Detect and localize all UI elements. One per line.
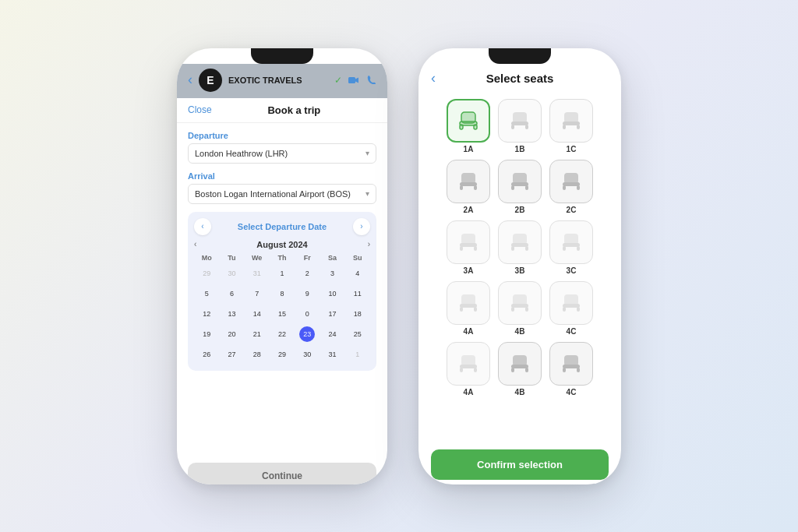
seat-box-3A[interactable] [447, 220, 490, 264]
cal-day[interactable]: 14 [245, 304, 270, 324]
cal-day[interactable]: 30 [295, 344, 320, 365]
cal-day[interactable]: 1 [345, 344, 370, 365]
cal-day[interactable]: 3 [320, 263, 344, 284]
seat-item-3B[interactable]: 3B [498, 220, 542, 275]
seat-box-2C[interactable] [549, 160, 593, 203]
cal-day-selected[interactable]: 23 [295, 324, 320, 344]
svg-rect-23 [511, 185, 514, 190]
phones-container: ‹ E EXOTIC TRAVELS ✓ [177, 48, 621, 484]
cal-next-button[interactable]: › [353, 218, 370, 235]
cal-day[interactable]: 1 [270, 263, 295, 284]
video-icon[interactable] [348, 74, 359, 86]
seat-item-1C[interactable]: 1C [549, 99, 593, 153]
cal-day[interactable]: 27 [219, 344, 244, 365]
seat-box-3C[interactable] [549, 220, 593, 264]
cal-day[interactable]: 6 [219, 284, 244, 304]
cal-day[interactable]: 19 [194, 324, 219, 344]
seat-box-4B-1[interactable] [498, 281, 542, 325]
seat-item-3A[interactable]: 3A [447, 220, 490, 275]
cal-day[interactable]: 22 [270, 324, 295, 344]
seat-label-2B: 2B [515, 206, 525, 214]
cal-day[interactable]: 20 [219, 324, 244, 344]
seat-item-4C-2[interactable]: 4C [549, 342, 593, 396]
cal-day[interactable]: 10 [320, 284, 344, 304]
cal-day[interactable]: 31 [245, 263, 270, 284]
cal-day[interactable]: 28 [245, 344, 270, 365]
cal-day[interactable]: 18 [345, 304, 370, 324]
svg-rect-49 [564, 294, 578, 305]
cal-day[interactable]: 25 [345, 324, 370, 344]
month-next-icon[interactable]: › [368, 240, 370, 248]
cal-day[interactable]: 12 [194, 304, 219, 324]
seat-box-4C-1[interactable] [549, 281, 593, 325]
seat-item-2B[interactable]: 2B [498, 160, 542, 214]
phone-icon[interactable] [367, 74, 376, 86]
svg-rect-17 [461, 173, 475, 184]
seat-label-4B-2: 4B [515, 388, 525, 396]
svg-rect-64 [577, 368, 580, 372]
cal-day[interactable]: 11 [345, 284, 370, 304]
seat-box-4A-2[interactable] [447, 342, 490, 386]
seat-title: Select seats [431, 72, 609, 85]
svg-rect-37 [564, 234, 578, 245]
cal-day[interactable]: 21 [245, 324, 270, 344]
cal-day[interactable]: 29 [194, 263, 219, 284]
seat-box-1A[interactable] [447, 99, 490, 143]
cal-day[interactable]: 7 [245, 284, 270, 304]
seat-box-1C[interactable] [549, 99, 593, 143]
calendar-section: ‹ Select Departure Date › ‹ August 2024 … [188, 212, 376, 371]
cal-day[interactable]: 4 [345, 263, 370, 284]
seat-box-2A[interactable] [447, 160, 490, 203]
seat-grid: 1A 1B [418, 91, 621, 445]
confirm-selection-button[interactable]: Confirm selection [431, 449, 609, 480]
svg-rect-44 [474, 307, 477, 312]
seat-box-4B-2[interactable] [498, 342, 542, 386]
table-row: 29 30 31 1 2 3 4 [194, 263, 370, 284]
seat-back-arrow-icon[interactable]: ‹ [431, 70, 436, 86]
seat-item-2A[interactable]: 2A [447, 160, 490, 214]
cal-day[interactable]: 30 [219, 263, 244, 284]
seat-item-4A-1[interactable]: 4A [447, 281, 490, 336]
cal-day[interactable]: 2 [295, 263, 320, 284]
cal-day[interactable]: 5 [194, 284, 219, 304]
cal-prev-button[interactable]: ‹ [194, 218, 211, 235]
svg-rect-38 [563, 243, 580, 247]
svg-rect-50 [563, 304, 580, 308]
seat-item-3C[interactable]: 3C [549, 220, 593, 275]
month-prev-icon[interactable]: ‹ [194, 240, 196, 248]
seat-box-4A-1[interactable] [447, 281, 490, 325]
seat-item-4A-2[interactable]: 4A [447, 342, 490, 396]
svg-rect-54 [460, 365, 477, 368]
svg-rect-58 [511, 365, 528, 368]
seat-item-2C[interactable]: 2C [549, 160, 593, 214]
departure-field[interactable]: London Heathrow (LHR) ▾ [188, 143, 376, 164]
cal-day[interactable]: 17 [320, 304, 344, 324]
cal-day[interactable]: 13 [219, 304, 244, 324]
svg-rect-12 [525, 125, 528, 129]
cal-day[interactable]: 24 [320, 324, 344, 344]
arrival-field[interactable]: Boston Logan International Airport (BOS)… [188, 184, 376, 204]
seat-box-1B[interactable] [498, 99, 542, 143]
header-icons [348, 74, 376, 86]
back-arrow-icon[interactable]: ‹ [188, 72, 192, 88]
cal-day[interactable]: 0 [295, 304, 320, 324]
seat-item-1B[interactable]: 1B [498, 99, 542, 153]
cal-day[interactable]: 26 [194, 344, 219, 365]
seat-item-4C-1[interactable]: 4C [549, 281, 593, 336]
departure-dropdown-icon: ▾ [365, 149, 369, 157]
svg-rect-36 [525, 246, 528, 251]
cal-day[interactable]: 15 [270, 304, 295, 324]
cal-day[interactable]: 31 [320, 344, 344, 365]
cal-day[interactable]: 8 [270, 284, 295, 304]
seat-box-2B[interactable] [498, 160, 542, 203]
continue-button[interactable]: Continue [188, 463, 376, 484]
cal-day[interactable]: 9 [295, 284, 320, 304]
seat-item-1A[interactable]: 1A [447, 99, 490, 153]
seat-item-4B-1[interactable]: 4B [498, 281, 542, 336]
seat-box-3B[interactable] [498, 220, 542, 264]
seat-item-4B-2[interactable]: 4B [498, 342, 542, 396]
cal-day[interactable]: 29 [270, 344, 295, 365]
svg-rect-31 [460, 246, 463, 251]
seat-box-4C-2[interactable] [549, 342, 593, 386]
close-button[interactable]: Close [188, 104, 212, 115]
